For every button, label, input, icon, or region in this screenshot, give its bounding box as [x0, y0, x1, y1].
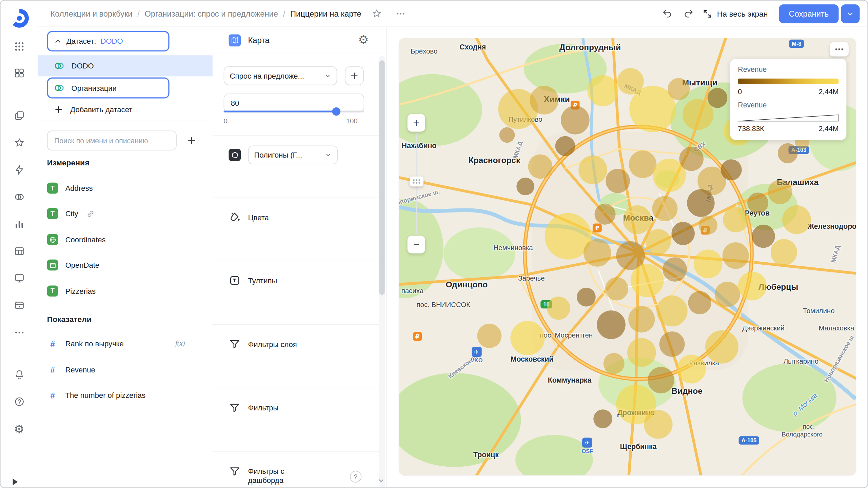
- map-bubble[interactable]: [594, 204, 615, 225]
- apps-grid-icon[interactable]: [1, 35, 38, 57]
- field-pizzerias[interactable]: T Pizzerias: [38, 281, 213, 301]
- map-bubble[interactable]: [561, 106, 590, 135]
- map-bubble[interactable]: [547, 297, 570, 320]
- section-tooltips[interactable]: Тултипы: [248, 277, 277, 285]
- map-bubble[interactable]: [627, 338, 656, 367]
- opacity-slider[interactable]: [224, 111, 364, 113]
- redo-icon[interactable]: [679, 5, 697, 22]
- map-bubble[interactable]: [782, 205, 811, 234]
- charts-icon[interactable]: [1, 213, 38, 235]
- datalens-logo-icon[interactable]: [5, 4, 33, 32]
- map-bubble[interactable]: [663, 257, 687, 282]
- map-bubble[interactable]: [668, 78, 690, 100]
- field-address[interactable]: T Address: [38, 178, 213, 198]
- settings-icon[interactable]: ⚙: [1, 418, 38, 440]
- add-field-button[interactable]: [183, 132, 200, 149]
- map-bubble[interactable]: [723, 207, 748, 232]
- map-bubble[interactable]: [771, 239, 797, 265]
- map-bubble[interactable]: [648, 367, 674, 393]
- datasets-icon[interactable]: [1, 186, 38, 208]
- map-bubble[interactable]: [623, 205, 652, 234]
- map-bubble[interactable]: [604, 353, 625, 374]
- layer-opacity-value[interactable]: 80: [224, 94, 364, 113]
- dataset-item-organizations[interactable]: Организации: [47, 78, 170, 99]
- map-bubble[interactable]: [778, 143, 798, 163]
- zoom-in-button[interactable]: +: [408, 114, 425, 131]
- save-options-button[interactable]: [841, 4, 860, 23]
- dataset-selector[interactable]: Датасет: DODO: [47, 31, 170, 51]
- map-bubble[interactable]: [698, 216, 717, 235]
- map-bubble[interactable]: [738, 272, 767, 301]
- section-layer-filters[interactable]: Фильтры слоя: [248, 340, 297, 348]
- help-icon[interactable]: [1, 391, 38, 413]
- map-bubble[interactable]: [679, 147, 704, 171]
- ruble-poi-icon[interactable]: ₽: [413, 332, 422, 341]
- map-bubble[interactable]: [593, 409, 612, 428]
- map-bubble[interactable]: [752, 225, 775, 248]
- map-bubble[interactable]: [721, 159, 742, 180]
- fullscreen-button[interactable]: На весь экран: [703, 8, 768, 18]
- map-bubble[interactable]: [477, 324, 501, 348]
- map-bubble[interactable]: [555, 136, 575, 156]
- field-revenue[interactable]: # Revenue: [38, 360, 213, 380]
- breadcrumb-workbook[interactable]: Организации: спрос и предложение: [145, 9, 278, 18]
- map-bubble[interactable]: [644, 410, 673, 439]
- map-bubble[interactable]: [578, 156, 607, 184]
- notifications-icon[interactable]: [1, 364, 38, 386]
- map-bubble[interactable]: [768, 180, 792, 204]
- map-bubble[interactable]: [671, 222, 695, 245]
- field-coordinates[interactable]: Coordinates: [38, 230, 213, 250]
- field-opendate[interactable]: OpenDate: [38, 255, 213, 275]
- map-bubble[interactable]: [528, 155, 553, 179]
- map-bubble[interactable]: [694, 249, 723, 278]
- map-bubble[interactable]: [677, 355, 706, 384]
- scroll-down-chevron-icon[interactable]: [377, 477, 384, 484]
- airport-marker[interactable]: ✈OSF: [581, 438, 593, 454]
- geotype-select[interactable]: Полигоны (Г...: [248, 145, 337, 164]
- ruble-poi-icon[interactable]: ₽: [593, 224, 602, 232]
- undo-icon[interactable]: [658, 5, 676, 22]
- map-bubble[interactable]: [584, 239, 611, 267]
- map-bubble[interactable]: [587, 75, 618, 106]
- field-number-of-pizzerias[interactable]: # The number of pizzerias: [38, 385, 213, 405]
- field-city[interactable]: T City: [38, 204, 213, 224]
- map-bubble[interactable]: [705, 330, 738, 364]
- map-bubble[interactable]: [652, 196, 677, 221]
- map-bubble[interactable]: [723, 242, 749, 269]
- config-scrollbar[interactable]: [379, 56, 386, 487]
- map-bubble[interactable]: [646, 229, 671, 255]
- breadcrumb-collections[interactable]: Коллекции и воркбуки: [51, 9, 133, 18]
- zoom-slider-handle[interactable]: [410, 177, 423, 186]
- zoom-out-button[interactable]: −: [408, 236, 425, 253]
- expand-rail-button[interactable]: [13, 479, 18, 485]
- storage-icon[interactable]: [1, 294, 38, 317]
- map-bubble[interactable]: [510, 321, 545, 355]
- chart-settings-gear-icon[interactable]: ⚙: [358, 34, 369, 45]
- tables-icon[interactable]: [1, 240, 38, 262]
- scrollbar-thumb[interactable]: [379, 60, 384, 295]
- collections-icon[interactable]: [1, 62, 38, 84]
- more-icon[interactable]: [1, 322, 38, 344]
- layer-select[interactable]: Спрос на предложе...: [224, 66, 337, 85]
- favorite-star-icon[interactable]: [369, 5, 385, 22]
- field-rank[interactable]: # Rank по выручке f(x): [38, 333, 213, 353]
- map-bubble[interactable]: [656, 296, 687, 326]
- quick-charts-icon[interactable]: [1, 159, 38, 181]
- workbooks-icon[interactable]: [1, 105, 38, 127]
- map-bubble[interactable]: [577, 288, 596, 307]
- section-colors[interactable]: Цвета: [248, 214, 269, 222]
- map-bubble[interactable]: [659, 331, 685, 357]
- more-actions-icon[interactable]: [392, 5, 409, 22]
- map-bubble[interactable]: [499, 127, 515, 143]
- opacity-slider-handle[interactable]: [332, 107, 340, 116]
- map-bubble[interactable]: [683, 99, 713, 130]
- map-bubble[interactable]: [628, 306, 655, 332]
- save-button[interactable]: Сохранить: [779, 4, 839, 23]
- section-filters[interactable]: Фильтры: [248, 404, 278, 412]
- dataset-item-dodo[interactable]: DODO: [38, 55, 213, 76]
- add-layer-button[interactable]: [345, 66, 364, 85]
- map-more-button[interactable]: ⋯: [830, 42, 849, 56]
- add-dataset-button[interactable]: Добавить датасет: [38, 101, 213, 118]
- map-bubble[interactable]: [688, 291, 711, 314]
- map-bubble[interactable]: [687, 189, 715, 217]
